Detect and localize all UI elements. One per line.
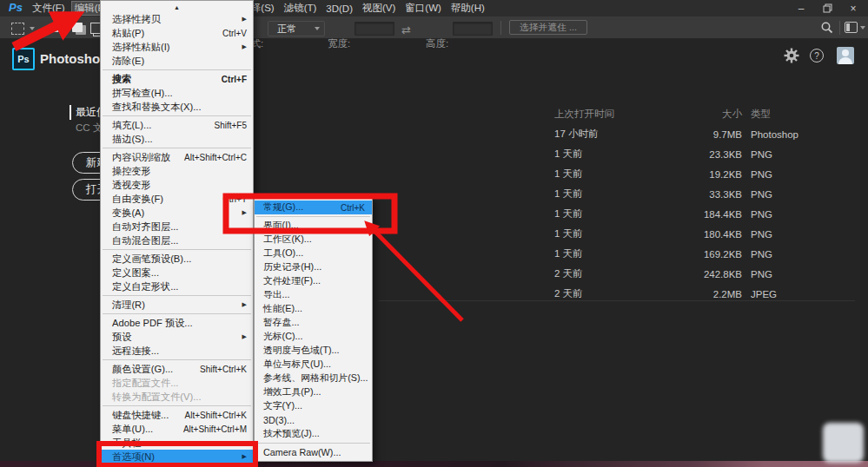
menu-item[interactable]: 增效工具(P)... [255, 385, 372, 399]
menu-item[interactable]: 首选项(N)▶ [101, 450, 253, 464]
divider [500, 21, 501, 35]
menu-item[interactable]: 描边(S)... [101, 132, 253, 146]
column-type[interactable]: 类型 [751, 108, 779, 121]
menu-scroll-up-icon[interactable]: ▲ [101, 2, 253, 12]
cell-time: 1 天前 [554, 187, 692, 201]
menu-item[interactable]: 选择性拷贝▶ [101, 12, 253, 26]
menu-item[interactable]: 技术预览(J)... [255, 427, 372, 441]
menu-item[interactable]: 参考线、网格和切片(S)... [255, 372, 372, 385]
cell-size: 2.2MB [700, 289, 742, 299]
style-dropdown[interactable]: 正常 [268, 21, 325, 36]
marquee-tool-icon[interactable] [11, 23, 24, 35]
menu-item[interactable]: 清理(R)▶ [101, 298, 253, 312]
table-row[interactable]: 1 天前180.4KBPNG [554, 224, 779, 244]
submenu-arrow-icon: ▶ [242, 209, 247, 216]
menu-item[interactable]: 预设▶ [101, 330, 253, 344]
table-row[interactable]: 1 天前33.3KBPNG [554, 184, 779, 204]
menubar-item[interactable]: 视图(V) [359, 1, 399, 16]
menu-item[interactable]: 菜单(U)...Alt+Shift+Ctrl+M [101, 422, 253, 436]
tool-preset-caret-icon[interactable] [30, 27, 35, 30]
menubar-item[interactable]: 帮助(H) [447, 1, 488, 16]
menu-item[interactable]: 粘贴(P)Ctrl+V [101, 26, 253, 40]
height-input[interactable] [453, 22, 493, 36]
menu-item[interactable]: 自由变换(F)Ctrl+T [101, 192, 253, 206]
restore-button[interactable] [814, 0, 840, 16]
menu-item-label: 描边(S)... [112, 133, 247, 146]
menu-item[interactable]: 导出... [255, 288, 372, 302]
column-last-opened[interactable]: 上次打开时间 [554, 108, 692, 121]
menu-item[interactable]: 光标(C)... [255, 330, 372, 344]
menu-bar: 文件(F)编辑(E)图像(I)图层(L)文字(Y)选择(S)滤镜(T)3D(D)… [29, 0, 491, 16]
menu-item[interactable]: 内容识别缩放Alt+Shift+Ctrl+C [101, 150, 253, 164]
menu-item[interactable]: 自动对齐图层... [101, 220, 253, 234]
menu-item[interactable]: 工具栏... [101, 436, 253, 450]
menu-item-label: 暂存盘... [263, 317, 365, 329]
menu-item[interactable]: 工具(O)... [255, 247, 372, 260]
user-avatar[interactable] [837, 47, 854, 64]
menu-item[interactable]: Camera Raw(W)... [255, 445, 372, 459]
menu-item[interactable]: 单位与标尺(U)... [255, 358, 372, 372]
menu-item[interactable]: 操控变形 [101, 164, 253, 178]
menu-item[interactable]: 搜索Ctrl+F [101, 72, 253, 86]
menu-item[interactable]: 透视变形 [101, 178, 253, 192]
menu-item-label: 选择性粘贴(I) [112, 41, 238, 54]
workspace-switcher-icon[interactable] [845, 22, 858, 33]
menu-item[interactable]: 变换(A)▶ [101, 206, 253, 220]
table-row[interactable]: 17 小时前9.7MBPhotoshop [554, 124, 779, 144]
menu-item[interactable]: Adobe PDF 预设... [101, 316, 253, 330]
menu-item[interactable]: 定义自定形状... [101, 280, 253, 293]
menu-item[interactable]: 选择性粘贴(I)▶ [101, 40, 253, 54]
table-row[interactable]: 2 天前242.8KBPNG [554, 264, 779, 284]
chevron-down-icon[interactable] [860, 26, 865, 30]
table-row[interactable]: 1 天前19.2KBPNG [554, 164, 779, 184]
submenu-arrow-icon: ▶ [242, 43, 247, 50]
menu-item[interactable]: 文字(Y)... [255, 399, 372, 413]
menu-item[interactable]: 工作区(K)... [255, 233, 372, 247]
menu-item-label: 转换为配置文件(V)... [112, 391, 247, 404]
avatar-head [842, 49, 849, 56]
menu-item[interactable]: 文件处理(F)... [255, 274, 372, 288]
menubar-item[interactable]: 滤镜(T) [281, 1, 321, 16]
select-and-mask-button[interactable]: 选择并遮住 ... [509, 20, 587, 35]
menu-item[interactable]: 键盘快捷键...Alt+Shift+Ctrl+K [101, 408, 253, 422]
table-row[interactable]: 1 天前169.2KBPNG [554, 244, 779, 264]
edit-menu-dropdown: ▲选择性拷贝▶粘贴(P)Ctrl+V选择性粘贴(I)▶清除(E)搜索Ctrl+F… [100, 0, 254, 464]
menu-item[interactable]: 填充(L)...Shift+F5 [101, 118, 253, 132]
menu-item[interactable]: 自动混合图层... [101, 234, 253, 247]
cell-type: PNG [751, 269, 779, 280]
close-button[interactable]: × [840, 0, 866, 16]
menu-item[interactable]: 定义图案... [101, 266, 253, 280]
column-size[interactable]: 大小 [700, 108, 742, 121]
help-icon[interactable]: ? [810, 49, 824, 62]
menu-item[interactable]: 性能(E)... [255, 302, 372, 316]
menu-item[interactable]: 颜色设置(G)...Shift+Ctrl+K [101, 362, 253, 376]
swap-width-height-icon[interactable]: ⇄ [401, 24, 411, 36]
cell-type: PNG [751, 229, 779, 240]
menu-separator [103, 115, 251, 116]
menubar-item[interactable]: 文件(F) [29, 1, 69, 16]
settings-gear-icon[interactable] [783, 47, 800, 64]
menu-item[interactable]: 定义画笔预设(B)... [101, 252, 253, 266]
menubar-item[interactable]: 3D(D) [322, 3, 356, 15]
new-selection-icon[interactable] [54, 23, 64, 32]
menu-item[interactable]: 透明度与色域(T)... [255, 344, 372, 358]
menubar-item[interactable]: 窗口(W) [401, 1, 445, 16]
menu-item[interactable]: 查找和替换文本(X)... [101, 100, 253, 114]
menu-item[interactable]: 3D(3)... [255, 413, 372, 427]
table-row[interactable]: 1 天前184.4KBPNG [554, 204, 779, 224]
menu-item[interactable]: 常规(G)...Ctrl+K [255, 201, 372, 214]
menu-item[interactable]: 远程连接... [101, 344, 253, 358]
menu-item-label: Adobe PDF 预设... [112, 317, 247, 330]
add-to-selection-icon[interactable] [72, 23, 83, 32]
menu-item[interactable]: 界面(I)... [255, 219, 372, 233]
menu-item[interactable]: 历史记录(H)... [255, 260, 372, 274]
table-row[interactable]: 1 天前23.3KBPNG [554, 144, 779, 164]
menu-separator [103, 249, 251, 250]
minimize-button[interactable]: – [788, 0, 814, 16]
menu-separator [103, 359, 251, 360]
menu-item[interactable]: 清除(E) [101, 54, 253, 68]
search-icon[interactable] [820, 21, 834, 35]
menu-item[interactable]: 拼写检查(H)... [101, 86, 253, 100]
menu-item[interactable]: 暂存盘... [255, 316, 372, 330]
width-input[interactable] [354, 22, 394, 36]
